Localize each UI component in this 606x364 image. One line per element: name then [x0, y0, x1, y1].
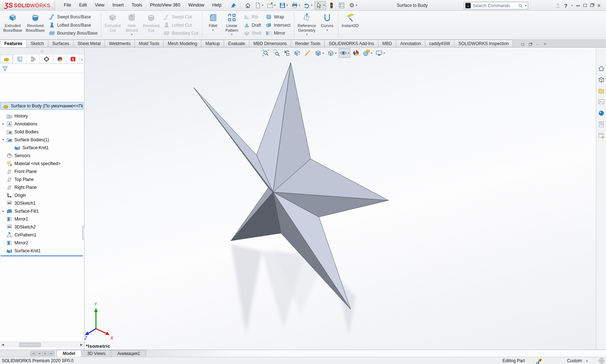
lofted-cut-button[interactable]: Lofted Cut [162, 21, 199, 29]
area-button[interactable] [272, 48, 281, 58]
orient-button[interactable]: ▾ [313, 48, 325, 58]
doc-minimize-icon[interactable]: – [536, 42, 539, 46]
tree-item-mirror2[interactable]: Mirror2 [0, 239, 84, 247]
tree-item-origin[interactable]: Origin [0, 191, 84, 199]
swept-boss-base-button[interactable]: Swept Boss/Base [47, 13, 99, 21]
hz-style-caret-icon[interactable]: ▾ [335, 52, 337, 55]
eye-button[interactable]: ▾ [339, 48, 350, 58]
tab-sketch[interactable]: Sketch [26, 40, 48, 47]
restore-button[interactable] [583, 4, 587, 7]
search-caret-icon[interactable]: ▾ [525, 4, 527, 7]
tab-mbd-dimensions[interactable]: MBD Dimensions [249, 40, 291, 47]
scroll-left-icon[interactable]: ◀ [0, 342, 5, 347]
reference-geometry-button[interactable]: Reference Geometry ▾ [296, 12, 317, 39]
tab-features[interactable]: Features [0, 40, 27, 47]
hole-wizard-caret-icon[interactable]: ▾ [131, 33, 132, 36]
tab-weldments[interactable]: Weldments [105, 40, 135, 47]
open-button[interactable]: ▾ [265, 1, 277, 10]
menu-file[interactable]: File [60, 0, 75, 10]
home-pane-button[interactable] [598, 65, 605, 74]
tree-root-item[interactable]: Surface to Body (По умолчанию<<По [0, 102, 83, 110]
tab-mesh-modeling[interactable]: Mesh Modeling [163, 40, 201, 47]
tree-item-surface-bodies-1-[interactable]: ▾Surface Bodies(1) [0, 136, 84, 143]
model-tab-model[interactable]: Model [57, 350, 82, 357]
new-doc-button[interactable]: ▾ [253, 1, 265, 10]
print-caret-icon[interactable]: ▾ [299, 4, 300, 7]
props-pane-button[interactable] [598, 132, 605, 141]
tree-item-history[interactable]: History [0, 112, 84, 120]
revolved-cut-button[interactable]: Revolved Cut [141, 12, 161, 39]
tree-item-cirpattern1[interactable]: CirPattern1 [0, 231, 84, 239]
close-button[interactable]: ✕ [597, 3, 601, 8]
doc-close-icon[interactable]: ✕ [543, 42, 546, 46]
intersect-button[interactable]: Intersect [264, 21, 292, 29]
tree-item-3dsketch1[interactable]: 3D3DSketch1 [0, 199, 84, 207]
expand-icon[interactable]: ▸ [0, 209, 6, 213]
tab-configuration-manager[interactable] [27, 55, 40, 63]
doc-float-icon[interactable] [529, 41, 532, 47]
hz-scene-caret-icon[interactable]: ▾ [371, 52, 372, 55]
open-caret-icon[interactable]: ▾ [274, 4, 276, 7]
unit-system-caret-icon[interactable]: ▴ [586, 359, 588, 362]
login-icon[interactable] [555, 3, 561, 8]
monitor-button[interactable]: ▾ [374, 48, 386, 58]
tab-mbd[interactable]: MBD [378, 40, 396, 47]
tab-dimxpert-manager[interactable] [40, 55, 53, 63]
fillet-button[interactable]: Fillet ▾ [204, 12, 222, 39]
lofted-boss-base-button[interactable]: Lofted Boss/Base [47, 21, 99, 29]
menu-window[interactable]: Window [184, 0, 208, 10]
shell-button[interactable]: Shell [242, 29, 263, 37]
menu-help[interactable]: Help [208, 0, 225, 10]
list-options-button[interactable] [337, 1, 346, 10]
reference-geometry-caret-icon[interactable]: ▾ [306, 33, 308, 36]
star-model[interactable] [84, 48, 596, 350]
tab-display-manager[interactable] [53, 55, 67, 63]
hole-wizard-button[interactable]: Hole Wizard ▾ [123, 12, 141, 39]
fillet-caret-icon[interactable]: ▾ [212, 28, 214, 31]
menu-tools[interactable]: Tools [128, 0, 146, 10]
forum-pane-button[interactable] [598, 110, 605, 118]
tab-inspection-manager[interactable]: S [67, 55, 80, 63]
scroll-right-icon[interactable]: ▶ [79, 342, 84, 347]
collapse-icon[interactable]: ▾ [0, 138, 6, 141]
tab-property-manager[interactable] [13, 55, 27, 63]
library-pane-button[interactable] [598, 121, 605, 129]
tab-solidworks-inspection[interactable]: SOLIDWORKS Inspection [454, 40, 513, 47]
tree-item-right-plane[interactable]: Right Plane [0, 183, 84, 191]
tree-item-sensors[interactable]: Sensors [0, 152, 84, 159]
next-tab-icon[interactable]: ▶ [43, 351, 48, 356]
revolved-boss-base-button[interactable]: Revolved Boss/Base [25, 12, 47, 39]
tree-item-surface-fill1[interactable]: ▸Surface-Fill1 [0, 207, 84, 215]
tab-caddy4sw[interactable]: caddy4SW [425, 40, 454, 47]
rib-button[interactable]: Rib [242, 13, 263, 21]
tree-item-front-plane[interactable]: Front Plane [0, 168, 84, 175]
boundary-cut-button[interactable]: Boundary Cut [162, 29, 199, 37]
models-pane-button[interactable] [598, 76, 605, 85]
cursor-caret-icon[interactable]: ▾ [323, 4, 325, 7]
scroll-thumb[interactable] [19, 343, 41, 347]
search-input[interactable] [472, 3, 517, 9]
expand-icon[interactable]: ▸ [0, 122, 6, 125]
new-doc-caret-icon[interactable]: ▾ [262, 4, 263, 7]
menu-photoview-360[interactable]: PhotoView 360 [146, 0, 184, 10]
menu-insert[interactable]: Insert [109, 0, 128, 10]
undo-button[interactable]: ▾ [302, 1, 314, 10]
unit-system-label[interactable]: Custom [567, 358, 582, 363]
traffic-button[interactable] [327, 1, 336, 10]
panel-tabs-overflow-icon[interactable]: › [80, 55, 84, 63]
tree-item-annotations[interactable]: ▸AAnnotations [0, 120, 84, 128]
appearance-button[interactable] [351, 48, 361, 58]
tab-mold-tools[interactable]: Mold Tools [135, 40, 164, 47]
swept-cut-button[interactable]: Swept Cut [162, 13, 199, 21]
linear-pattern-caret-icon[interactable]: ▾ [231, 33, 233, 36]
tab-sheet-metal[interactable]: Sheet Metal [73, 40, 105, 47]
search-icon[interactable] [518, 3, 523, 8]
model-tab-3d-views[interactable]: 3D Views [81, 350, 111, 357]
menu-edit[interactable]: Edit [75, 0, 91, 10]
last-tab-icon[interactable]: ▶| [49, 351, 54, 356]
draft-button[interactable]: Draft [242, 21, 263, 29]
tree-item-3dsketch2[interactable]: 3D3DSketch2 [0, 223, 84, 231]
tags-icon[interactable] [598, 358, 605, 364]
menu-view[interactable]: View [91, 0, 109, 10]
extruded-cut-button[interactable]: Extruded Cut [103, 12, 122, 39]
